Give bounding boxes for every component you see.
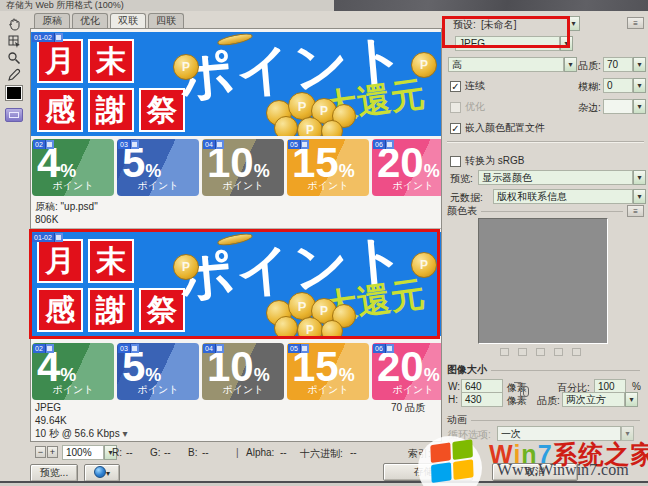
panel-menu-icon[interactable]: ≡: [627, 17, 644, 29]
discount-tiles-optimized: 02 4% ポイント 03 5% ポイント 04 10% ポイント 05 15%: [31, 341, 441, 402]
slice-image-icon: [54, 33, 63, 42]
download-options-icon[interactable]: ▾: [122, 428, 127, 439]
height-input[interactable]: 430: [461, 392, 503, 407]
eyedropper-color-swatch[interactable]: [6, 86, 22, 100]
checkbox-box: [450, 156, 461, 167]
banner-artwork-optimized: 01-02 月 末 感 謝 祭 ポイント 大還元 P P P P P: [31, 232, 441, 336]
optimized-checkbox[interactable]: 优化: [450, 100, 485, 114]
zoom-level-value[interactable]: 100%: [62, 445, 104, 460]
tab-original[interactable]: 原稿: [34, 13, 70, 28]
compression-dropdown-arrow-icon[interactable]: ▾: [564, 57, 577, 72]
slice-select-tool-button[interactable]: [3, 32, 25, 49]
eyedropper-tool-button[interactable]: [3, 66, 25, 83]
hex-value: --: [350, 447, 357, 458]
blur-value[interactable]: 0: [603, 78, 633, 93]
monitor-preview-arrow-icon[interactable]: ▾: [633, 170, 646, 185]
tool-palette: [3, 15, 27, 83]
transparency-icon[interactable]: [518, 348, 527, 356]
metadata-select[interactable]: 版权和联系信息: [493, 189, 633, 204]
panel-separator: [447, 141, 644, 143]
globe-icon: [94, 466, 106, 478]
cancel-button[interactable]: 取消: [492, 463, 578, 481]
gold-coin-icon: [321, 120, 343, 136]
zoom-tool-button[interactable]: [3, 49, 25, 66]
banner-kanji: 月: [37, 39, 83, 83]
hand-tool-button[interactable]: [3, 15, 25, 32]
magnifier-icon: [7, 51, 21, 65]
gold-coin-icon: P: [173, 54, 199, 80]
lock-color-icon[interactable]: [554, 348, 563, 356]
delete-color-icon[interactable]: [572, 348, 581, 356]
loop-options-arrow-icon[interactable]: ▾: [621, 426, 634, 441]
hex-label: 十六进制:: [300, 447, 343, 461]
checkbox-box: [450, 102, 461, 113]
format-dropdown-arrow-icon[interactable]: ▾: [560, 36, 573, 51]
snap-color-icon[interactable]: [500, 348, 509, 356]
color-table-tools: [500, 348, 581, 356]
save-button[interactable]: 存储...: [383, 463, 473, 481]
blur-label: 模糊:: [578, 80, 601, 94]
animation-header: 动画: [447, 413, 467, 427]
preview-area: 01-02 月 末 感 謝 祭 ポイント 大還元 P P P P P: [30, 28, 442, 442]
metadata-label: 元数据:: [450, 191, 483, 205]
original-filename: 原稿: "up.psd": [35, 200, 98, 213]
r-value: --: [126, 447, 133, 458]
quality-value[interactable]: 70: [603, 57, 633, 72]
gold-coin-icon: [321, 320, 343, 336]
progressive-checkbox[interactable]: ✓连续: [450, 79, 485, 93]
loop-options-label: 循环选项:: [448, 428, 491, 442]
matte-label: 杂边:: [578, 101, 601, 115]
eyedropper-icon: [7, 68, 21, 82]
format-select[interactable]: JPEG: [455, 36, 560, 51]
slice-badge: 01-02: [32, 233, 63, 242]
height-label: H:: [448, 394, 458, 405]
quality-label: 品质:: [578, 59, 601, 73]
optimized-filesize: 49.64K: [35, 414, 127, 427]
blur-dropdown-arrow-icon[interactable]: ▾: [633, 78, 646, 93]
resample-select[interactable]: 两次立方: [562, 392, 625, 407]
loop-options-select[interactable]: 一次: [497, 426, 621, 441]
preset-label: 预设:: [453, 18, 476, 32]
index-value: --: [432, 447, 439, 458]
zoom-out-button[interactable]: −: [35, 446, 46, 458]
discount-tile: 04 10% ポイント: [202, 139, 284, 196]
monitor-preview-select[interactable]: 显示器颜色: [478, 170, 633, 185]
convert-srgb-checkbox[interactable]: 转换为 sRGB: [450, 154, 524, 168]
optimized-format: JPEG: [35, 401, 127, 414]
save-for-web-dialog: 存储为 Web 所用格式 (100%) 原稿 优化 双联 四联 01-02 月 …: [0, 0, 648, 486]
toggle-slices-visibility-button[interactable]: [5, 108, 23, 122]
gold-coin-icon: P: [411, 52, 437, 78]
metadata-arrow-icon[interactable]: ▾: [633, 189, 646, 204]
index-label: 索引:: [408, 447, 431, 461]
zoom-level-select[interactable]: 100% ▾: [62, 445, 117, 460]
r-label: R:: [112, 447, 122, 458]
color-table: [478, 218, 608, 344]
alpha-value: --: [280, 447, 287, 458]
matte-value[interactable]: [603, 99, 633, 114]
optimized-download-time: 10 秒 @ 56.6 Kbps: [35, 428, 120, 439]
discount-tile: 02 4% ポイント: [32, 139, 114, 196]
percent-unit: %: [632, 381, 641, 392]
embed-profile-checkbox[interactable]: ✓嵌入颜色配置文件: [450, 121, 545, 135]
preset-value[interactable]: [未命名]: [481, 18, 517, 32]
matte-dropdown-arrow-icon[interactable]: ▾: [633, 99, 646, 114]
link-dimensions-icon[interactable]: [523, 386, 529, 397]
checkbox-check-icon: ✓: [450, 123, 461, 134]
preview-in-browser-button[interactable]: 预览...: [30, 464, 78, 482]
window-title: 存储为 Web 所用格式 (100%): [6, 0, 124, 11]
color-table-menu-icon[interactable]: ≡: [627, 205, 644, 217]
websnap-icon[interactable]: [536, 348, 545, 356]
preset-dropdown-arrow-icon[interactable]: ▾: [567, 16, 580, 31]
compression-level-select[interactable]: 高: [448, 57, 564, 72]
discount-tile: 06 20% ポイント: [372, 343, 441, 400]
banner-kanji: 末: [88, 39, 134, 83]
tab-optimized[interactable]: 优化: [72, 13, 108, 28]
tab-4up[interactable]: 四联: [148, 13, 184, 28]
resample-arrow-icon[interactable]: ▾: [625, 392, 638, 407]
color-table-header: 颜色表: [447, 204, 477, 218]
tab-2up[interactable]: 双联: [110, 13, 146, 28]
browser-select-button[interactable]: ▾: [84, 464, 120, 482]
quality-dropdown-arrow-icon[interactable]: ▾: [633, 57, 646, 72]
g-label: G:: [150, 447, 161, 458]
zoom-in-button[interactable]: +: [47, 446, 58, 458]
